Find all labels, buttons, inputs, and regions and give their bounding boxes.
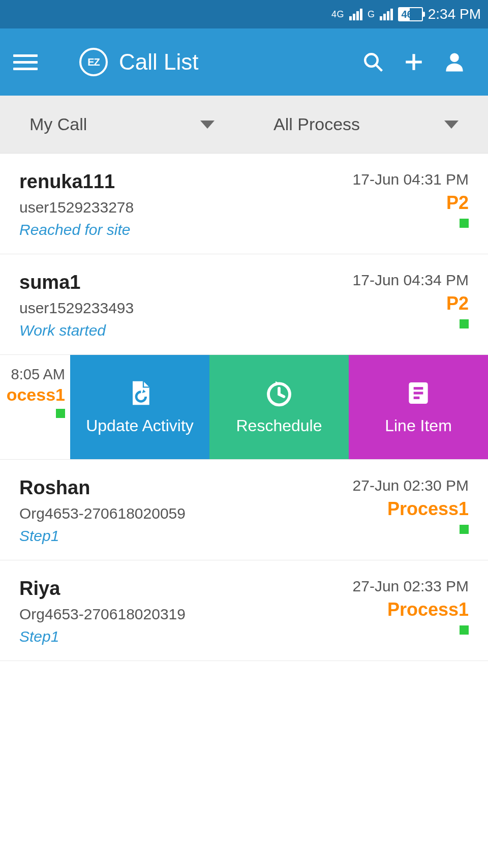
call-row[interactable]: renuka111 user1529233278 Reached for sit… (0, 154, 488, 254)
status-dot-icon (56, 409, 65, 418)
call-list: renuka111 user1529233278 Reached for sit… (0, 154, 488, 661)
filter-label: All Process (273, 114, 360, 134)
filter-bar: My Call All Process (0, 96, 488, 154)
call-time: 17-Jun 04:31 PM (353, 171, 469, 188)
clock-rewind-icon (265, 379, 293, 407)
call-tag: Process1 (353, 599, 469, 620)
call-subtext: Org4653-270618020059 (19, 505, 186, 522)
search-button[interactable] (353, 51, 393, 73)
list-icon (404, 379, 433, 407)
battery-icon: 46 (398, 7, 422, 21)
status-dot-icon (460, 625, 469, 635)
filter-label: My Call (29, 114, 87, 134)
call-time: 8:05 AM (0, 366, 65, 383)
status-dot-icon (460, 319, 469, 328)
app-logo-icon: EZ (79, 48, 108, 76)
call-name: Riya (19, 578, 186, 600)
status-dot-icon (460, 219, 469, 228)
svg-line-1 (376, 65, 382, 71)
status-bar: 4G G 46 2:34 PM (0, 0, 488, 28)
status-dot-icon (460, 525, 469, 534)
call-status: Step1 (19, 527, 186, 545)
filter-my-call[interactable]: My Call (0, 96, 244, 153)
app-bar: EZ Call List (0, 28, 488, 96)
call-status: Step1 (19, 628, 186, 645)
signal-bars-icon (380, 9, 393, 20)
svg-point-0 (365, 54, 378, 67)
clock-text: 2:34 PM (428, 6, 481, 22)
call-name: renuka111 (19, 171, 134, 193)
search-icon (362, 51, 384, 73)
call-time: 27-Jun 02:30 PM (353, 477, 469, 494)
line-item-button[interactable]: Line Item (349, 355, 488, 459)
battery-level: 46 (401, 9, 412, 20)
action-label: Reschedule (236, 416, 322, 435)
call-tag: Process1 (353, 498, 469, 520)
call-name: Roshan (19, 477, 186, 499)
action-label: Update Activity (86, 416, 194, 435)
call-subtext: user1529233278 (19, 199, 134, 216)
call-time: 27-Jun 02:33 PM (353, 578, 469, 595)
file-refresh-icon (126, 379, 154, 407)
reschedule-button[interactable]: Reschedule (209, 355, 349, 459)
call-status: Reached for site (19, 221, 134, 238)
chevron-down-icon (200, 121, 215, 129)
chevron-down-icon (444, 121, 459, 129)
signal-bars-icon (349, 9, 362, 20)
menu-button[interactable] (13, 54, 38, 70)
call-tag: ocess1 (0, 385, 65, 405)
person-icon (444, 51, 465, 73)
action-label: Line Item (385, 416, 452, 435)
svg-point-4 (450, 53, 459, 62)
call-tag: P2 (353, 293, 469, 314)
call-row[interactable]: suma1 user1529233493 Work started 17-Jun… (0, 254, 488, 355)
add-button[interactable] (393, 51, 434, 73)
profile-button[interactable] (434, 51, 475, 73)
call-row[interactable]: Roshan Org4653-270618020059 Step1 27-Jun… (0, 460, 488, 560)
page-title: Call List (119, 49, 353, 75)
plus-icon (403, 51, 424, 73)
call-tag: P2 (353, 192, 469, 214)
call-row-peek[interactable]: 8:05 AM ocess1 (0, 355, 70, 459)
network-g-label: G (368, 9, 375, 20)
update-activity-button[interactable]: Update Activity (70, 355, 209, 459)
call-time: 17-Jun 04:34 PM (353, 272, 469, 289)
call-name: suma1 (19, 272, 134, 293)
network-4g-label: 4G (331, 9, 344, 20)
call-subtext: user1529233493 (19, 300, 134, 317)
call-row[interactable]: Riya Org4653-270618020319 Step1 27-Jun 0… (0, 560, 488, 661)
filter-all-process[interactable]: All Process (244, 96, 488, 153)
call-status: Work started (19, 322, 134, 339)
call-subtext: Org4653-270618020319 (19, 606, 186, 623)
call-row-swiped: 8:05 AM ocess1 Update Activity Reschedul… (0, 355, 488, 460)
